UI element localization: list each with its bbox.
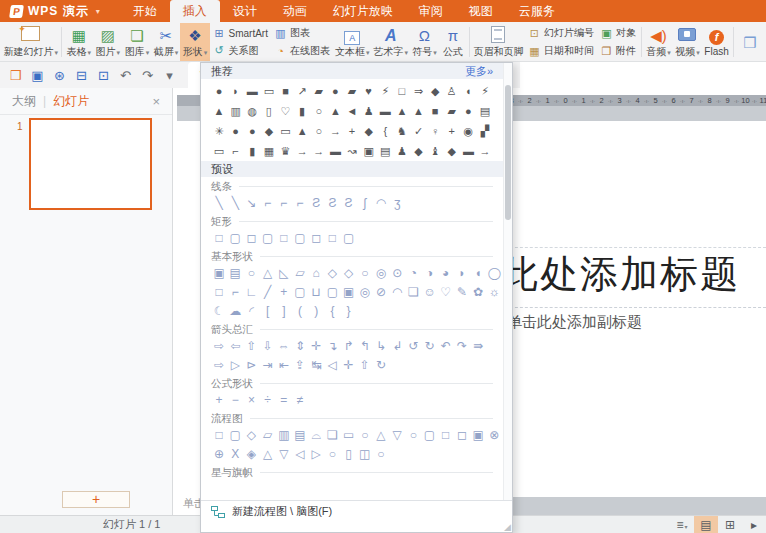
close-sidebar-icon[interactable]: × bbox=[152, 94, 160, 109]
shape-cell[interactable]: ↷ bbox=[454, 337, 470, 355]
shape-cell[interactable]: = bbox=[276, 391, 292, 409]
shape-cell[interactable]: ⇨ bbox=[211, 356, 227, 374]
shape-cell[interactable]: ◆ bbox=[362, 121, 376, 141]
shape-cell[interactable]: ╱ bbox=[260, 283, 276, 301]
shape-cell[interactable]: ≠ bbox=[292, 391, 308, 409]
shape-cell[interactable]: ] bbox=[276, 302, 292, 320]
shape-cell[interactable]: Χ bbox=[227, 445, 243, 463]
shape-cell[interactable]: → bbox=[478, 141, 492, 161]
shape-cell[interactable]: ▲ bbox=[412, 101, 426, 121]
shape-cell[interactable]: ▬ bbox=[328, 141, 342, 161]
shape-cell[interactable]: ◻ bbox=[243, 229, 259, 247]
shape-cell[interactable]: △ bbox=[260, 445, 276, 463]
shape-cell[interactable]: ◉ bbox=[461, 121, 475, 141]
shape-cell[interactable]: ▢ bbox=[324, 283, 340, 301]
more-shapes-link[interactable]: 更多» bbox=[465, 64, 493, 79]
shape-cell[interactable]: ▢ bbox=[292, 229, 308, 247]
shape-cell[interactable]: ⌓ bbox=[308, 426, 324, 444]
shape-cell[interactable]: ◖ bbox=[461, 81, 475, 101]
shape-cell[interactable]: ▭ bbox=[279, 121, 293, 141]
audio-button[interactable]: ◀)音频▾ bbox=[644, 23, 673, 61]
screenshot-button[interactable]: ✂截屏▾ bbox=[151, 23, 180, 61]
shape-cell[interactable]: ▣ bbox=[341, 283, 357, 301]
shape-cell[interactable]: ) bbox=[308, 302, 324, 320]
shape-cell[interactable]: ◁ bbox=[324, 356, 340, 374]
shape-cell[interactable]: ▲ bbox=[212, 101, 226, 121]
shape-cell[interactable]: ◎ bbox=[357, 283, 373, 301]
shape-cell[interactable]: ⇔ bbox=[276, 337, 292, 355]
chart-button[interactable]: ▥图表 bbox=[274, 26, 330, 40]
shape-cell[interactable]: ▷ bbox=[308, 445, 324, 463]
shape-cell[interactable]: ▭ bbox=[262, 81, 276, 101]
shape-cell[interactable]: ▢ bbox=[227, 229, 243, 247]
shape-cell[interactable]: ▷ bbox=[227, 356, 243, 374]
shape-cell[interactable]: ↹ bbox=[308, 356, 324, 374]
shape-cell[interactable]: ◕ bbox=[438, 264, 454, 282]
shape-cell[interactable]: ↱ bbox=[341, 337, 357, 355]
shape-cell[interactable]: ◔ bbox=[405, 264, 421, 282]
view-play-icon[interactable]: ▸ bbox=[742, 516, 766, 533]
shape-cell[interactable]: + bbox=[345, 121, 359, 141]
shape-cell[interactable]: ○ bbox=[324, 445, 340, 463]
shape-cell[interactable]: → bbox=[312, 141, 326, 161]
shape-cell[interactable]: ▮ bbox=[295, 101, 309, 121]
shape-cell[interactable]: ○ bbox=[357, 264, 373, 282]
shape-cell[interactable]: ◑ bbox=[421, 264, 437, 282]
shape-cell[interactable]: { bbox=[324, 302, 340, 320]
shape-cell[interactable]: ◖ bbox=[470, 264, 486, 282]
shape-cell[interactable]: ◠ bbox=[389, 283, 405, 301]
shape-cell[interactable]: ◗ bbox=[229, 81, 243, 101]
shape-cell[interactable]: ● bbox=[212, 81, 226, 101]
shape-cell[interactable]: ∟ bbox=[243, 283, 259, 301]
shape-cell[interactable]: ☼ bbox=[486, 283, 502, 301]
shape-cell[interactable]: ⊔ bbox=[308, 283, 324, 301]
save-icon[interactable]: ▣ bbox=[28, 68, 47, 83]
titlebar-tab[interactable]: 审阅 bbox=[406, 0, 456, 22]
undo-icon[interactable]: ↶ bbox=[116, 68, 135, 83]
shape-cell[interactable]: → bbox=[328, 121, 342, 141]
shape-cell[interactable]: ○ bbox=[312, 121, 326, 141]
export-icon[interactable]: ⊛ bbox=[50, 68, 69, 83]
shape-cell[interactable]: ♝ bbox=[428, 141, 442, 161]
shape-cell[interactable]: ☺ bbox=[421, 283, 437, 301]
shape-cell[interactable]: ↺ bbox=[405, 337, 421, 355]
shape-cell[interactable]: ▢ bbox=[421, 426, 437, 444]
shape-cell[interactable]: ▢ bbox=[227, 426, 243, 444]
shape-cell[interactable]: Ƨ bbox=[324, 194, 340, 212]
shape-cell[interactable]: ▬ bbox=[461, 141, 475, 161]
shape-cell[interactable]: + bbox=[276, 283, 292, 301]
shape-cell[interactable]: ▢ bbox=[260, 229, 276, 247]
slide-number-button[interactable]: ⊡幻灯片编号 bbox=[528, 26, 594, 40]
shape-cell[interactable]: ╲ bbox=[211, 194, 227, 212]
shape-cell[interactable]: ◻ bbox=[308, 229, 324, 247]
shape-cell[interactable]: ● bbox=[245, 121, 259, 141]
shape-cell[interactable]: ▰ bbox=[445, 101, 459, 121]
textbox-button[interactable]: A文本框▾ bbox=[333, 23, 371, 61]
smartart-button[interactable]: ⊞SmartArt bbox=[213, 27, 268, 40]
shape-cell[interactable]: ▬ bbox=[378, 101, 392, 121]
shape-cell[interactable]: △ bbox=[373, 426, 389, 444]
shape-cell[interactable]: ◆ bbox=[412, 141, 426, 161]
shape-cell[interactable]: ✛ bbox=[341, 356, 357, 374]
shape-cell[interactable]: ◜ bbox=[243, 302, 259, 320]
titlebar-tab[interactable]: 视图 bbox=[456, 0, 506, 22]
wordart-button[interactable]: A艺术字▾ bbox=[371, 23, 409, 61]
titlebar-tab[interactable]: 幻灯片放映 bbox=[320, 0, 406, 22]
object-button[interactable]: ▣对象 bbox=[600, 26, 636, 40]
shape-cell[interactable]: ▱ bbox=[292, 264, 308, 282]
shape-cell[interactable]: ⚡ bbox=[378, 81, 392, 101]
new-slide-button[interactable]: 新建幻灯片▾ bbox=[2, 23, 59, 61]
shape-cell[interactable]: + bbox=[211, 391, 227, 409]
shape-cell[interactable]: ◍ bbox=[245, 101, 259, 121]
shape-cell[interactable]: ▲ bbox=[295, 121, 309, 141]
print-icon[interactable]: ⊟ bbox=[72, 68, 91, 83]
add-slide-button[interactable]: + bbox=[62, 491, 130, 508]
date-time-button[interactable]: ▦日期和时间 bbox=[528, 44, 594, 58]
titlebar-tab[interactable]: 云服务 bbox=[506, 0, 568, 22]
shape-cell[interactable]: ▣ bbox=[211, 264, 227, 282]
shape-cell[interactable]: } bbox=[341, 302, 357, 320]
view-normal-icon[interactable]: ▤ bbox=[694, 516, 718, 533]
shape-cell[interactable]: ▢ bbox=[341, 229, 357, 247]
shape-cell[interactable]: ▰ bbox=[312, 81, 326, 101]
shape-cell[interactable]: ✛ bbox=[308, 337, 324, 355]
